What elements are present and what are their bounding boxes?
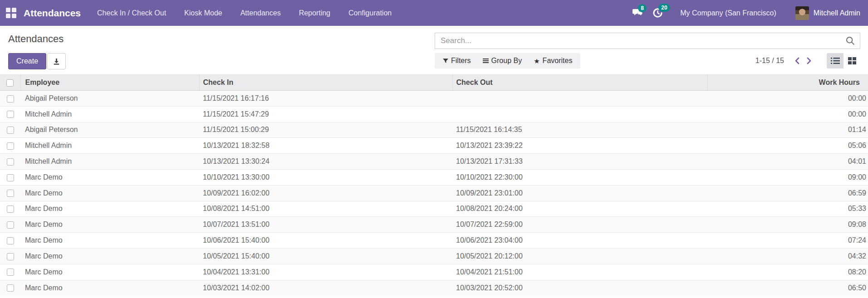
cell-employee[interactable]: Abigail Peterson xyxy=(20,122,199,138)
cell-check-in[interactable]: 11/15/2021 15:47:29 xyxy=(199,106,452,122)
row-checkbox[interactable] xyxy=(7,190,14,197)
company-switcher[interactable]: My Company (San Francisco) xyxy=(680,9,776,17)
cell-work-hours[interactable]: 05:33 xyxy=(707,201,868,217)
messages-button[interactable]: 8 xyxy=(632,8,643,18)
cell-work-hours[interactable]: 09:00 xyxy=(707,169,868,185)
cell-check-out[interactable]: 10/08/2021 20:24:00 xyxy=(452,201,707,217)
cell-check-out[interactable]: 10/05/2021 20:12:00 xyxy=(452,248,707,264)
cell-employee[interactable]: Marc Demo xyxy=(20,248,199,264)
row-checkbox[interactable] xyxy=(7,221,14,229)
row-checkbox[interactable] xyxy=(7,95,14,103)
cell-work-hours[interactable]: 06:50 xyxy=(707,280,868,296)
cell-employee[interactable]: Mitchell Admin xyxy=(20,138,199,154)
cell-check-out[interactable]: 10/13/2021 23:39:22 xyxy=(452,138,707,154)
column-header-work-hours[interactable]: Work Hours xyxy=(707,75,868,91)
row-checkbox[interactable] xyxy=(7,284,14,292)
table-row[interactable]: Marc Demo10/03/2021 14:02:0010/03/2021 2… xyxy=(0,280,868,296)
cell-employee[interactable]: Marc Demo xyxy=(20,201,199,217)
cell-check-in[interactable]: 10/04/2021 13:31:00 xyxy=(199,264,452,280)
row-checkbox[interactable] xyxy=(7,158,14,166)
row-checkbox[interactable] xyxy=(7,174,14,181)
cell-work-hours[interactable]: 07:24 xyxy=(707,233,868,249)
row-checkbox[interactable] xyxy=(7,127,14,134)
table-row[interactable]: Mitchell Admin11/15/2021 15:47:2900:00 xyxy=(0,106,868,122)
cell-check-in[interactable]: 10/13/2021 18:32:58 xyxy=(199,138,452,154)
cell-check-in[interactable]: 10/13/2021 13:30:24 xyxy=(199,154,452,170)
kanban-view-button[interactable] xyxy=(843,53,860,68)
row-checkbox[interactable] xyxy=(7,111,14,118)
cell-check-in[interactable]: 10/09/2021 16:02:00 xyxy=(199,185,452,201)
cell-work-hours[interactable]: 08:20 xyxy=(707,264,868,280)
cell-employee[interactable]: Marc Demo xyxy=(20,280,199,296)
cell-employee[interactable]: Marc Demo xyxy=(20,185,199,201)
pager-previous-button[interactable] xyxy=(791,55,803,66)
column-header-check-in[interactable]: Check In xyxy=(199,75,452,91)
column-header-check-out[interactable]: Check Out xyxy=(452,75,707,91)
menu-check-in-check-out[interactable]: Check In / Check Out xyxy=(88,0,175,26)
row-checkbox[interactable] xyxy=(7,269,14,276)
menu-configuration[interactable]: Configuration xyxy=(339,0,401,26)
cell-check-in[interactable]: 10/07/2021 13:51:00 xyxy=(199,217,452,233)
table-row[interactable]: Marc Demo10/08/2021 14:51:0010/08/2021 2… xyxy=(0,201,868,217)
cell-work-hours[interactable]: 00:00 xyxy=(707,106,868,122)
cell-employee[interactable]: Marc Demo xyxy=(20,217,199,233)
cell-employee[interactable]: Mitchell Admin xyxy=(20,106,199,122)
search-input[interactable] xyxy=(435,36,845,45)
filters-button[interactable]: Filters xyxy=(443,57,471,65)
column-header-employee[interactable]: Employee xyxy=(20,75,199,91)
table-row[interactable]: Marc Demo10/09/2021 16:02:0010/09/2021 2… xyxy=(0,185,868,201)
cell-work-hours[interactable]: 05:06 xyxy=(707,138,868,154)
app-name[interactable]: Attendances xyxy=(24,8,81,19)
table-row[interactable]: Marc Demo10/04/2021 13:31:0010/04/2021 2… xyxy=(0,264,868,280)
search-icon[interactable] xyxy=(845,36,855,46)
cell-work-hours[interactable]: 00:00 xyxy=(707,91,868,107)
export-button[interactable] xyxy=(47,53,66,69)
cell-employee[interactable]: Marc Demo xyxy=(20,169,199,185)
cell-check-in[interactable]: 10/06/2021 15:40:00 xyxy=(199,233,452,249)
cell-work-hours[interactable]: 01:14 xyxy=(707,122,868,138)
select-all-checkbox[interactable] xyxy=(6,79,14,87)
row-checkbox[interactable] xyxy=(7,253,14,260)
row-checkbox[interactable] xyxy=(7,237,14,244)
cell-employee[interactable]: Mitchell Admin xyxy=(20,154,199,170)
table-row[interactable]: Abigail Peterson11/15/2021 16:17:1600:00 xyxy=(0,91,868,107)
table-row[interactable]: Marc Demo10/10/2021 13:30:0010/10/2021 2… xyxy=(0,169,868,185)
cell-check-out[interactable]: 10/09/2021 23:01:00 xyxy=(452,185,707,201)
row-checkbox[interactable] xyxy=(7,142,14,150)
cell-employee[interactable]: Marc Demo xyxy=(20,264,199,280)
table-row[interactable]: Marc Demo10/05/2021 15:40:0010/05/2021 2… xyxy=(0,248,868,264)
cell-check-in[interactable]: 11/15/2021 16:17:16 xyxy=(199,91,452,107)
menu-reporting[interactable]: Reporting xyxy=(290,0,339,26)
create-button[interactable]: Create xyxy=(8,53,46,69)
table-row[interactable]: Mitchell Admin10/13/2021 13:30:2410/13/2… xyxy=(0,154,868,170)
favorites-button[interactable]: ★ Favorites xyxy=(534,57,572,65)
table-row[interactable]: Abigail Peterson11/15/2021 15:00:2911/15… xyxy=(0,122,868,138)
cell-check-out[interactable] xyxy=(452,106,707,122)
pager-next-button[interactable] xyxy=(803,55,815,66)
cell-check-in[interactable]: 10/08/2021 14:51:00 xyxy=(199,201,452,217)
table-row[interactable]: Mitchell Admin10/13/2021 18:32:5810/13/2… xyxy=(0,138,868,154)
cell-work-hours[interactable]: 04:01 xyxy=(707,154,868,170)
row-checkbox[interactable] xyxy=(7,205,14,213)
menu-attendances[interactable]: Attendances xyxy=(231,0,290,26)
activities-button[interactable]: 20 xyxy=(652,8,663,18)
cell-employee[interactable]: Abigail Peterson xyxy=(20,91,199,107)
table-row[interactable]: Marc Demo10/06/2021 15:40:0010/06/2021 2… xyxy=(0,233,868,249)
group-by-button[interactable]: Group By xyxy=(483,57,522,65)
cell-check-in[interactable]: 11/15/2021 15:00:29 xyxy=(199,122,452,138)
cell-check-out[interactable]: 10/04/2021 21:51:00 xyxy=(452,264,707,280)
cell-check-out[interactable]: 10/13/2021 17:31:33 xyxy=(452,154,707,170)
cell-check-out[interactable]: 10/06/2021 23:04:00 xyxy=(452,233,707,249)
cell-check-out[interactable]: 10/07/2021 22:59:00 xyxy=(452,217,707,233)
cell-check-out[interactable] xyxy=(452,91,707,107)
list-view-button[interactable] xyxy=(827,53,843,68)
cell-employee[interactable]: Marc Demo xyxy=(20,233,199,249)
cell-check-in[interactable]: 10/05/2021 15:40:00 xyxy=(199,248,452,264)
cell-check-out[interactable]: 10/03/2021 20:52:00 xyxy=(452,280,707,296)
user-menu[interactable]: Mitchell Admin xyxy=(795,6,860,20)
cell-work-hours[interactable]: 06:59 xyxy=(707,185,868,201)
cell-check-out[interactable]: 11/15/2021 16:14:35 xyxy=(452,122,707,138)
menu-kiosk-mode[interactable]: Kiosk Mode xyxy=(175,0,231,26)
cell-check-in[interactable]: 10/10/2021 13:30:00 xyxy=(199,169,452,185)
cell-work-hours[interactable]: 04:32 xyxy=(707,248,868,264)
